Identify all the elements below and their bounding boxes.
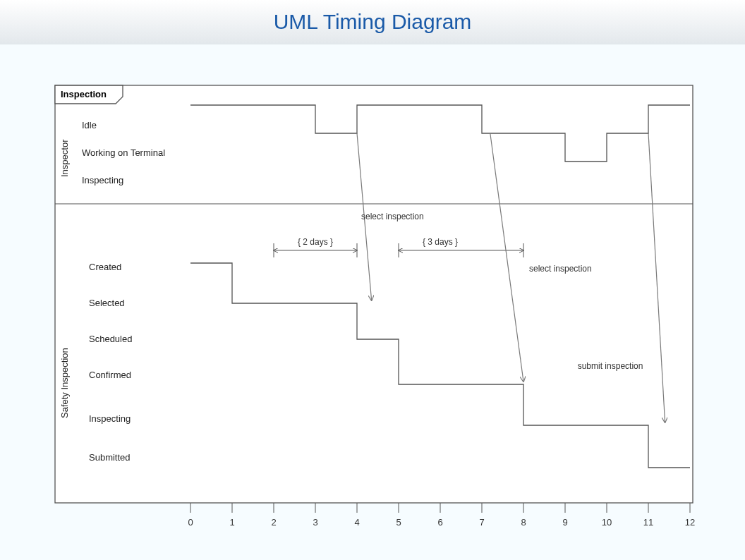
lane-title-inspector: Inspector: [59, 139, 70, 177]
axis-tick-0: 0: [188, 517, 193, 528]
axis-tick-11: 11: [643, 517, 653, 528]
state-selected: Selected: [89, 298, 125, 308]
axis-tick-7: 7: [479, 517, 484, 528]
axis-tick-1: 1: [229, 517, 234, 528]
axis-tick-2: 2: [271, 517, 276, 528]
state-working: Working on Terminal: [82, 147, 165, 158]
page-title: UML Timing Diagram: [0, 0, 745, 44]
lane-title-safety: Safety Inspection: [59, 348, 70, 418]
axis-tick-9: 9: [562, 517, 567, 528]
axis-tick-5: 5: [396, 517, 401, 528]
message-submit-label: submit inspection: [578, 361, 643, 371]
axis-tick-6: 6: [437, 517, 442, 528]
state-created: Created: [89, 262, 121, 272]
axis-tick-12: 12: [685, 517, 695, 528]
state-confirmed: Confirmed: [89, 370, 131, 380]
axis-tick-8: 8: [521, 517, 526, 528]
axis-tick-4: 4: [354, 517, 359, 528]
axis-tick-3: 3: [313, 517, 317, 528]
axis-tick-10: 10: [602, 517, 612, 528]
diagram-canvas: Inspection Inspector Safety Inspection I…: [0, 44, 745, 560]
state-scheduled: Scheduled: [89, 334, 132, 344]
state-inspecting-top: Inspecting: [82, 175, 123, 185]
message-select-2-label: select inspection: [529, 264, 592, 274]
message-select-1-label: select inspection: [361, 212, 424, 221]
constraint-2days-label: { 2 days }: [298, 237, 333, 247]
time-axis: 0123456789101112: [188, 503, 695, 528]
frame-label: Inspection: [61, 89, 107, 99]
state-idle: Idle: [82, 120, 97, 130]
state-submitted: Submitted: [89, 452, 131, 463]
constraint-3days-label: { 3 days }: [423, 237, 458, 247]
state-inspecting-bot: Inspecting: [89, 413, 131, 424]
